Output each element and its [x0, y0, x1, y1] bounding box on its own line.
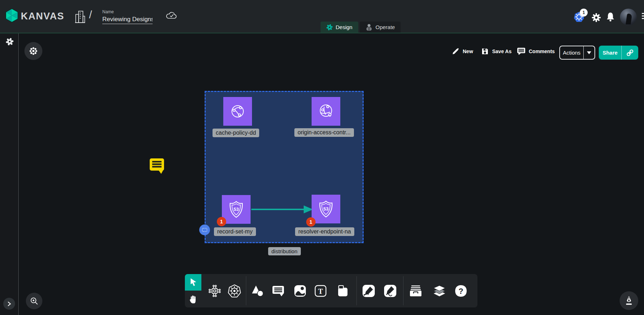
- comment-bubble-icon: [272, 285, 285, 297]
- issue-count-badge[interactable]: 1: [306, 217, 316, 227]
- design-pen-button[interactable]: [620, 291, 638, 310]
- comments-button-label: Comments: [529, 48, 555, 54]
- node-resolver-endpoint[interactable]: 53: [312, 195, 340, 223]
- dock-divider: [246, 276, 246, 305]
- issue-count-badge[interactable]: 1: [217, 217, 226, 226]
- node-label[interactable]: resolver-endpoint-na: [295, 227, 354, 236]
- node-label[interactable]: cache-policy-dd: [213, 129, 259, 137]
- tool-kubernetes[interactable]: [227, 284, 242, 298]
- drawer-icon: [409, 284, 423, 297]
- copy-link-icon[interactable]: [622, 46, 638, 60]
- dashed-rect-icon: [202, 228, 207, 232]
- design-swirl-icon: [326, 24, 333, 31]
- app-window: KANVAS / Name: [0, 0, 644, 315]
- pen-nib-icon: [624, 296, 634, 306]
- kubernetes-wheel-icon: [228, 284, 241, 298]
- share-button-label: Share: [599, 46, 622, 60]
- settings-gear-icon[interactable]: [592, 13, 601, 22]
- design-name-input[interactable]: [102, 15, 153, 24]
- tool-media[interactable]: [293, 284, 307, 298]
- node-label[interactable]: record-set-my: [214, 227, 256, 236]
- shapes-icon: [251, 285, 264, 297]
- save-icon: [481, 47, 489, 55]
- tool-text[interactable]: T: [313, 284, 328, 298]
- tool-help[interactable]: ?: [454, 284, 468, 298]
- flower-icon: [29, 47, 38, 55]
- tool-drawer[interactable]: [409, 284, 423, 298]
- svg-text:53: 53: [323, 206, 328, 212]
- route53-shield-icon: 53: [228, 200, 245, 218]
- overflow-menu-icon[interactable]: [642, 13, 644, 20]
- tool-layers[interactable]: [432, 284, 447, 298]
- kanvas-logo-icon[interactable]: [5, 8, 19, 23]
- hand-icon: [189, 295, 197, 304]
- group-select-handle[interactable]: [199, 224, 210, 235]
- organization-icon[interactable]: [75, 10, 85, 24]
- brand-title: KANVAS: [21, 11, 64, 22]
- name-field-label: Name: [102, 9, 114, 14]
- chip-circuit-icon: [208, 284, 221, 297]
- comments-button[interactable]: Comments: [517, 47, 555, 55]
- meshery-swirl-icon[interactable]: [6, 38, 14, 46]
- save-as-button-label: Save As: [492, 48, 512, 54]
- share-button[interactable]: Share: [599, 46, 638, 60]
- tab-design-label: Design: [336, 24, 353, 30]
- comment-marker[interactable]: [149, 157, 165, 174]
- node-label[interactable]: origin-access-contr...: [294, 128, 354, 137]
- tab-operate[interactable]: Operate: [360, 22, 401, 33]
- globe-network-icon: [318, 103, 334, 120]
- breadcrumb-slash: /: [89, 9, 92, 21]
- tool-select-cursor[interactable]: [185, 274, 201, 291]
- image-icon: [294, 284, 307, 297]
- svg-text:53: 53: [234, 207, 239, 212]
- context-count-badge: 1: [580, 9, 588, 17]
- tool-shapes[interactable]: [250, 284, 265, 298]
- left-sidebar: [0, 33, 19, 315]
- dock-flower-button[interactable]: [24, 42, 42, 60]
- save-as-button[interactable]: Save As: [481, 47, 512, 55]
- route53-shield-icon: 53: [317, 200, 335, 218]
- cloud-saved-icon[interactable]: [166, 11, 177, 20]
- node-cache-policy[interactable]: [223, 97, 252, 126]
- tools-dock: T: [185, 274, 477, 307]
- tab-operate-label: Operate: [375, 24, 395, 30]
- pen-path-icon: [362, 284, 375, 298]
- node-record-set[interactable]: 53: [222, 195, 251, 224]
- operate-person-icon: [365, 24, 373, 31]
- node-origin-access-control[interactable]: [312, 97, 340, 126]
- sidebar-expand-button[interactable]: [3, 298, 15, 310]
- actions-dropdown-caret[interactable]: [584, 46, 594, 59]
- tool-comment[interactable]: [271, 284, 285, 298]
- dock-divider: [356, 276, 357, 305]
- tool-edge-pen[interactable]: [361, 284, 376, 298]
- question-icon: ?: [454, 284, 467, 297]
- dock-divider: [403, 276, 403, 305]
- svg-text:?: ?: [458, 287, 463, 296]
- globe-network-icon: [229, 103, 246, 120]
- actions-button[interactable]: Actions: [559, 46, 595, 60]
- layers-icon: [433, 284, 446, 297]
- tool-components[interactable]: [207, 284, 222, 298]
- group-label[interactable]: distribution: [268, 247, 301, 255]
- tool-card[interactable]: [336, 284, 350, 298]
- text-icon: T: [314, 284, 327, 297]
- tool-freehand[interactable]: [383, 284, 397, 298]
- user-avatar[interactable]: [620, 9, 637, 26]
- header-bar: KANVAS / Name: [0, 0, 644, 33]
- edge-record-to-resolver[interactable]: [251, 204, 314, 215]
- actions-button-label: Actions: [560, 46, 584, 59]
- tool-pan-hand[interactable]: [185, 291, 201, 307]
- zoom-in-button[interactable]: [26, 293, 42, 309]
- magnifier-plus-icon: [30, 297, 38, 305]
- kubernetes-context-icon[interactable]: 1: [574, 11, 584, 22]
- cursor-arrow-icon: [189, 278, 197, 287]
- notifications-bell-icon[interactable]: [606, 12, 615, 22]
- pencil-scribble-icon: [383, 284, 397, 298]
- header-divider: [0, 33, 644, 33]
- pencil-icon: [452, 47, 459, 55]
- tab-design[interactable]: Design: [321, 22, 358, 33]
- new-button[interactable]: New: [452, 47, 473, 55]
- new-button-label: New: [463, 48, 473, 54]
- svg-text:T: T: [318, 287, 323, 295]
- card-icon: [336, 284, 349, 297]
